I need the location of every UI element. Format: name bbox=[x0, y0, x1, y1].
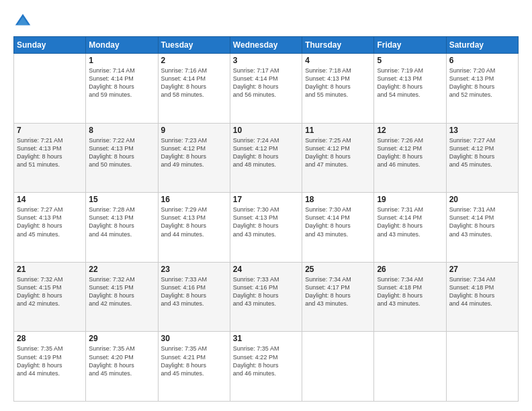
calendar-cell: 22Sunrise: 7:32 AM Sunset: 4:15 PM Dayli… bbox=[86, 262, 158, 332]
day-number: 1 bbox=[89, 56, 154, 65]
day-info: Sunrise: 7:35 AM Sunset: 4:20 PM Dayligh… bbox=[89, 345, 154, 377]
day-info: Sunrise: 7:34 AM Sunset: 4:17 PM Dayligh… bbox=[305, 275, 371, 308]
calendar-week-row: 21Sunrise: 7:32 AM Sunset: 4:15 PM Dayli… bbox=[14, 262, 519, 332]
calendar-cell: 5Sunrise: 7:19 AM Sunset: 4:13 PM Daylig… bbox=[374, 54, 446, 124]
calendar-cell: 19Sunrise: 7:31 AM Sunset: 4:14 PM Dayli… bbox=[374, 193, 446, 263]
day-info: Sunrise: 7:17 AM Sunset: 4:14 PM Dayligh… bbox=[233, 66, 299, 99]
day-number: 28 bbox=[17, 334, 83, 343]
day-info: Sunrise: 7:26 AM Sunset: 4:12 PM Dayligh… bbox=[377, 136, 443, 169]
day-info: Sunrise: 7:34 AM Sunset: 4:18 PM Dayligh… bbox=[377, 275, 443, 308]
calendar-cell: 17Sunrise: 7:30 AM Sunset: 4:13 PM Dayli… bbox=[230, 193, 302, 263]
logo bbox=[13, 12, 35, 31]
day-number: 21 bbox=[17, 265, 83, 274]
calendar-cell: 6Sunrise: 7:20 AM Sunset: 4:13 PM Daylig… bbox=[446, 54, 518, 124]
day-number: 22 bbox=[89, 265, 154, 274]
calendar-cell: 27Sunrise: 7:34 AM Sunset: 4:18 PM Dayli… bbox=[446, 262, 518, 332]
day-number: 17 bbox=[233, 195, 299, 204]
day-header-friday: Friday bbox=[374, 37, 446, 54]
day-info: Sunrise: 7:18 AM Sunset: 4:13 PM Dayligh… bbox=[305, 66, 371, 99]
calendar-cell: 26Sunrise: 7:34 AM Sunset: 4:18 PM Dayli… bbox=[374, 262, 446, 332]
calendar-cell: 21Sunrise: 7:32 AM Sunset: 4:15 PM Dayli… bbox=[14, 262, 86, 332]
day-header-tuesday: Tuesday bbox=[158, 37, 230, 54]
calendar-cell bbox=[302, 332, 374, 402]
calendar-cell: 4Sunrise: 7:18 AM Sunset: 4:13 PM Daylig… bbox=[302, 54, 374, 124]
calendar-cell: 11Sunrise: 7:25 AM Sunset: 4:12 PM Dayli… bbox=[302, 123, 374, 193]
calendar-cell: 23Sunrise: 7:33 AM Sunset: 4:16 PM Dayli… bbox=[158, 262, 230, 332]
day-header-monday: Monday bbox=[86, 37, 158, 54]
day-number: 31 bbox=[233, 334, 299, 343]
day-number: 8 bbox=[89, 126, 154, 135]
day-number: 14 bbox=[17, 195, 83, 204]
day-info: Sunrise: 7:32 AM Sunset: 4:15 PM Dayligh… bbox=[89, 275, 154, 308]
day-number: 18 bbox=[305, 195, 371, 204]
day-info: Sunrise: 7:23 AM Sunset: 4:12 PM Dayligh… bbox=[161, 136, 227, 169]
calendar-cell: 15Sunrise: 7:28 AM Sunset: 4:13 PM Dayli… bbox=[86, 193, 158, 263]
day-info: Sunrise: 7:25 AM Sunset: 4:12 PM Dayligh… bbox=[305, 136, 371, 169]
day-info: Sunrise: 7:27 AM Sunset: 4:13 PM Dayligh… bbox=[17, 205, 83, 238]
day-number: 24 bbox=[233, 265, 299, 274]
calendar-cell: 12Sunrise: 7:26 AM Sunset: 4:12 PM Dayli… bbox=[374, 123, 446, 193]
day-info: Sunrise: 7:22 AM Sunset: 4:13 PM Dayligh… bbox=[89, 136, 154, 169]
calendar-week-row: 28Sunrise: 7:35 AM Sunset: 4:19 PM Dayli… bbox=[14, 332, 519, 402]
day-number: 23 bbox=[161, 265, 227, 274]
day-info: Sunrise: 7:35 AM Sunset: 4:22 PM Dayligh… bbox=[233, 345, 299, 377]
day-info: Sunrise: 7:35 AM Sunset: 4:19 PM Dayligh… bbox=[17, 345, 83, 377]
day-info: Sunrise: 7:34 AM Sunset: 4:18 PM Dayligh… bbox=[449, 275, 515, 308]
day-number: 12 bbox=[377, 126, 443, 135]
day-number: 3 bbox=[233, 56, 299, 65]
day-number: 2 bbox=[161, 56, 227, 65]
day-number: 16 bbox=[161, 195, 227, 204]
calendar-cell: 10Sunrise: 7:24 AM Sunset: 4:12 PM Dayli… bbox=[230, 123, 302, 193]
calendar-cell: 31Sunrise: 7:35 AM Sunset: 4:22 PM Dayli… bbox=[230, 332, 302, 402]
day-header-wednesday: Wednesday bbox=[230, 37, 302, 54]
day-info: Sunrise: 7:35 AM Sunset: 4:21 PM Dayligh… bbox=[161, 345, 227, 377]
calendar-cell bbox=[374, 332, 446, 402]
day-info: Sunrise: 7:32 AM Sunset: 4:15 PM Dayligh… bbox=[17, 275, 83, 308]
day-info: Sunrise: 7:33 AM Sunset: 4:16 PM Dayligh… bbox=[233, 275, 299, 308]
logo-icon bbox=[13, 12, 32, 31]
day-header-sunday: Sunday bbox=[14, 37, 86, 54]
calendar-week-row: 14Sunrise: 7:27 AM Sunset: 4:13 PM Dayli… bbox=[14, 193, 519, 263]
day-number: 9 bbox=[161, 126, 227, 135]
calendar-cell: 2Sunrise: 7:16 AM Sunset: 4:14 PM Daylig… bbox=[158, 54, 230, 124]
day-info: Sunrise: 7:21 AM Sunset: 4:13 PM Dayligh… bbox=[17, 136, 83, 169]
day-number: 4 bbox=[305, 56, 371, 65]
calendar-cell bbox=[446, 332, 518, 402]
day-number: 26 bbox=[377, 265, 443, 274]
day-number: 15 bbox=[89, 195, 154, 204]
day-info: Sunrise: 7:33 AM Sunset: 4:16 PM Dayligh… bbox=[161, 275, 227, 308]
day-info: Sunrise: 7:31 AM Sunset: 4:14 PM Dayligh… bbox=[377, 205, 443, 238]
calendar-cell: 18Sunrise: 7:30 AM Sunset: 4:14 PM Dayli… bbox=[302, 193, 374, 263]
day-info: Sunrise: 7:27 AM Sunset: 4:12 PM Dayligh… bbox=[449, 136, 515, 169]
calendar-week-row: 7Sunrise: 7:21 AM Sunset: 4:13 PM Daylig… bbox=[14, 123, 519, 193]
day-info: Sunrise: 7:19 AM Sunset: 4:13 PM Dayligh… bbox=[377, 66, 443, 99]
day-header-saturday: Saturday bbox=[446, 37, 518, 54]
calendar-cell: 14Sunrise: 7:27 AM Sunset: 4:13 PM Dayli… bbox=[14, 193, 86, 263]
day-number: 29 bbox=[89, 334, 154, 343]
calendar-cell: 25Sunrise: 7:34 AM Sunset: 4:17 PM Dayli… bbox=[302, 262, 374, 332]
day-number: 10 bbox=[233, 126, 299, 135]
calendar-cell: 1Sunrise: 7:14 AM Sunset: 4:14 PM Daylig… bbox=[86, 54, 158, 124]
calendar-week-row: 1Sunrise: 7:14 AM Sunset: 4:14 PM Daylig… bbox=[14, 54, 519, 124]
day-number: 25 bbox=[305, 265, 371, 274]
calendar-cell: 13Sunrise: 7:27 AM Sunset: 4:12 PM Dayli… bbox=[446, 123, 518, 193]
day-info: Sunrise: 7:29 AM Sunset: 4:13 PM Dayligh… bbox=[161, 205, 227, 238]
calendar-cell: 7Sunrise: 7:21 AM Sunset: 4:13 PM Daylig… bbox=[14, 123, 86, 193]
day-info: Sunrise: 7:14 AM Sunset: 4:14 PM Dayligh… bbox=[89, 66, 154, 99]
calendar-cell: 29Sunrise: 7:35 AM Sunset: 4:20 PM Dayli… bbox=[86, 332, 158, 402]
calendar-cell: 3Sunrise: 7:17 AM Sunset: 4:14 PM Daylig… bbox=[230, 54, 302, 124]
page-header bbox=[13, 12, 519, 31]
day-number: 20 bbox=[449, 195, 515, 204]
day-info: Sunrise: 7:16 AM Sunset: 4:14 PM Dayligh… bbox=[161, 66, 227, 99]
day-number: 13 bbox=[449, 126, 515, 135]
day-info: Sunrise: 7:31 AM Sunset: 4:14 PM Dayligh… bbox=[449, 205, 515, 238]
calendar-cell: 20Sunrise: 7:31 AM Sunset: 4:14 PM Dayli… bbox=[446, 193, 518, 263]
calendar-cell: 9Sunrise: 7:23 AM Sunset: 4:12 PM Daylig… bbox=[158, 123, 230, 193]
day-info: Sunrise: 7:30 AM Sunset: 4:13 PM Dayligh… bbox=[233, 205, 299, 238]
calendar-cell: 16Sunrise: 7:29 AM Sunset: 4:13 PM Dayli… bbox=[158, 193, 230, 263]
calendar-cell: 28Sunrise: 7:35 AM Sunset: 4:19 PM Dayli… bbox=[14, 332, 86, 402]
day-info: Sunrise: 7:24 AM Sunset: 4:12 PM Dayligh… bbox=[233, 136, 299, 169]
calendar-cell: 30Sunrise: 7:35 AM Sunset: 4:21 PM Dayli… bbox=[158, 332, 230, 402]
day-number: 5 bbox=[377, 56, 443, 65]
day-info: Sunrise: 7:30 AM Sunset: 4:14 PM Dayligh… bbox=[305, 205, 371, 238]
